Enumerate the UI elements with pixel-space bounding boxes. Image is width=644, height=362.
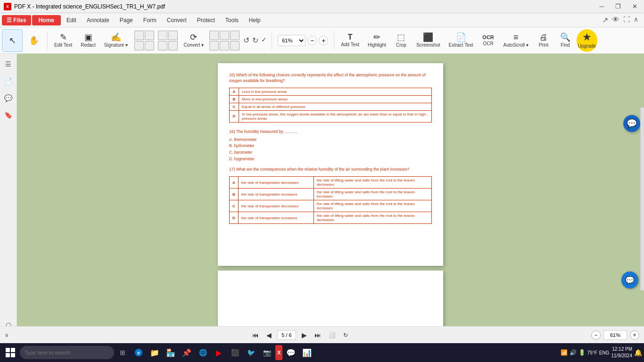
sidebar-bookmark-icon[interactable]: 🔖 <box>2 108 15 122</box>
select-tool[interactable]: ↖ <box>2 29 23 52</box>
form-menu[interactable]: Form <box>139 15 161 25</box>
taskbar-file-explorer[interactable]: 📁 <box>147 345 162 360</box>
layout-btn-4[interactable] <box>168 41 178 50</box>
eye-icon[interactable]: 👁 <box>612 16 619 25</box>
page-btn-2[interactable] <box>220 31 229 40</box>
add-text-button[interactable]: T Add Text <box>337 29 363 52</box>
zoom-in-status-button[interactable]: + <box>630 330 639 340</box>
extract-text-button[interactable]: 📄 Extract Text <box>445 29 477 52</box>
page-btn-4[interactable] <box>209 41 219 50</box>
taskbar-app-9[interactable]: 🐦 <box>243 345 258 360</box>
minimize-button[interactable]: ─ <box>597 2 607 11</box>
page-btn-6[interactable] <box>230 41 239 50</box>
maximize-button[interactable]: ❐ <box>612 2 624 11</box>
close-button[interactable]: ✕ <box>629 2 640 11</box>
fit-page-button[interactable]: ⬜ <box>327 331 338 339</box>
page-input[interactable] <box>277 330 296 340</box>
zoom-input[interactable] <box>603 330 627 340</box>
pdf-page-2 <box>218 271 443 326</box>
redact-button[interactable]: ▣ Redact <box>77 29 99 52</box>
zoom-select[interactable]: 61% 50% 75% 100% <box>278 35 305 46</box>
page-btn-1[interactable] <box>209 31 219 40</box>
grid-btn-3[interactable] <box>134 41 144 50</box>
annotate-menu[interactable]: Annotate <box>82 15 114 25</box>
taskbar-youtube[interactable]: ▶ <box>211 345 226 360</box>
taskbar-store[interactable]: 🏪 <box>163 345 178 360</box>
taskbar-app-8[interactable]: ⬛ <box>227 345 242 360</box>
zoom-out-status-button[interactable]: − <box>591 330 601 340</box>
sidebar-thumbnail-icon[interactable]: ☰ <box>2 58 15 71</box>
q17-row-a-letter: A <box>230 177 239 189</box>
page-btn-5[interactable] <box>220 41 229 50</box>
sidebar-toggle-icon[interactable]: ∨ <box>5 332 9 338</box>
checkmark-button[interactable]: ✓ <box>260 35 268 46</box>
first-page-button[interactable]: ⏮ <box>250 330 261 340</box>
files-menu[interactable]: ☰ Files <box>2 15 31 25</box>
q16-text: 16) The humidity measured by ………. <box>229 129 432 134</box>
page-menu[interactable]: Page <box>115 15 138 25</box>
last-page-button[interactable]: ⏭ <box>313 330 323 340</box>
autoscroll-button[interactable]: ≡ AutoScroll ▾ <box>500 29 532 52</box>
taskbar-edge[interactable]: e <box>131 345 146 360</box>
chat-bubble-top[interactable]: 💬 <box>623 115 640 132</box>
rotate-button[interactable]: ↻ <box>341 331 350 339</box>
tools-menu[interactable]: Tools <box>221 15 243 25</box>
protect-menu[interactable]: Protect <box>192 15 220 25</box>
find-button[interactable]: 🔍 Find <box>555 29 576 52</box>
chat-button-bottom[interactable]: 💬 <box>621 272 638 288</box>
taskbar-app-12[interactable]: 📊 <box>299 345 314 360</box>
collapse-icon[interactable]: ∧ <box>634 16 638 25</box>
page-btn-3[interactable] <box>230 31 239 40</box>
start-button[interactable] <box>2 344 19 361</box>
sidebar-comment-icon[interactable]: 💬 <box>2 91 15 105</box>
layout-btn-1[interactable] <box>158 31 167 40</box>
zoom-in-button[interactable]: + <box>319 36 328 45</box>
home-menu[interactable]: Home <box>32 15 61 25</box>
table-row: D the rate of transpiration increases th… <box>230 212 432 224</box>
screenshot-button[interactable]: ⬛ Screenshot <box>413 29 444 52</box>
taskbar-task-view[interactable]: ⊞ <box>115 345 130 360</box>
highlight-button[interactable]: ✏ Highlight <box>364 29 390 52</box>
hand-tool[interactable]: ✋ <box>24 29 44 52</box>
taskbar-search-input[interactable] <box>20 346 114 359</box>
grid-btn-1[interactable] <box>134 31 144 40</box>
upgrade-icon: ★ <box>582 32 592 42</box>
next-page-button[interactable]: ▶ <box>300 330 309 340</box>
q17-row-b-letter: B <box>230 189 239 200</box>
convert-menu[interactable]: Convert <box>162 15 191 25</box>
taskbar-app-10[interactable]: 📷 <box>259 345 274 360</box>
q17-row-d-col2: the rate of lifting water and salts from… <box>314 212 431 224</box>
ocr-button[interactable]: OCR OCR <box>478 29 499 52</box>
grid-btn-4[interactable] <box>145 41 154 50</box>
undo-button[interactable]: ↺ <box>242 35 250 46</box>
prev-page-button[interactable]: ◀ <box>264 330 273 340</box>
q15-row-d-answer: In low-pressure areas, the oxygen levels… <box>239 110 432 122</box>
taskbar-pdfx[interactable]: X <box>275 345 282 360</box>
taskbar-app-6[interactable]: 🌐 <box>195 345 210 360</box>
zoom-out-button[interactable]: − <box>307 36 317 45</box>
table-row: D In low-pressure areas, the oxygen leve… <box>230 110 432 122</box>
expand-icon[interactable]: ⛶ <box>623 16 630 25</box>
sidebar-page-icon[interactable]: 📄 <box>2 74 15 88</box>
print-button[interactable]: 🖨 Print <box>533 29 554 52</box>
share-icon[interactable]: ↗ <box>602 16 608 25</box>
main-content: 15) Which of the following choices corre… <box>17 54 644 326</box>
redo-button[interactable]: ↻ <box>251 35 259 46</box>
signature-button[interactable]: ✍ Signature ▾ <box>100 29 132 52</box>
layout-btn-3[interactable] <box>158 41 167 50</box>
q15-row-b-letter: B <box>230 95 239 103</box>
taskbar-notification-icon[interactable]: 🔔 <box>634 349 642 356</box>
upgrade-button[interactable]: ★ Upgrade <box>577 29 597 52</box>
edit-text-button[interactable]: ✎ Edit Text <box>50 29 76 52</box>
right-scrollbar[interactable] <box>640 107 644 290</box>
taskbar-pinterest[interactable]: 📌 <box>179 345 194 360</box>
windows-icon <box>6 348 15 357</box>
layout-btn-2[interactable] <box>168 31 178 40</box>
convert-button[interactable]: ⟳ Convert ▾ <box>180 29 207 52</box>
crop-button[interactable]: ⬚ Crop <box>391 29 412 52</box>
q17-row-d-col1: the rate of transpiration increases <box>238 212 314 224</box>
help-menu[interactable]: Help <box>244 15 265 25</box>
grid-btn-2[interactable] <box>145 31 154 40</box>
edit-menu[interactable]: Edit <box>62 15 81 25</box>
taskbar-whatsapp[interactable]: 💬 <box>283 345 298 360</box>
